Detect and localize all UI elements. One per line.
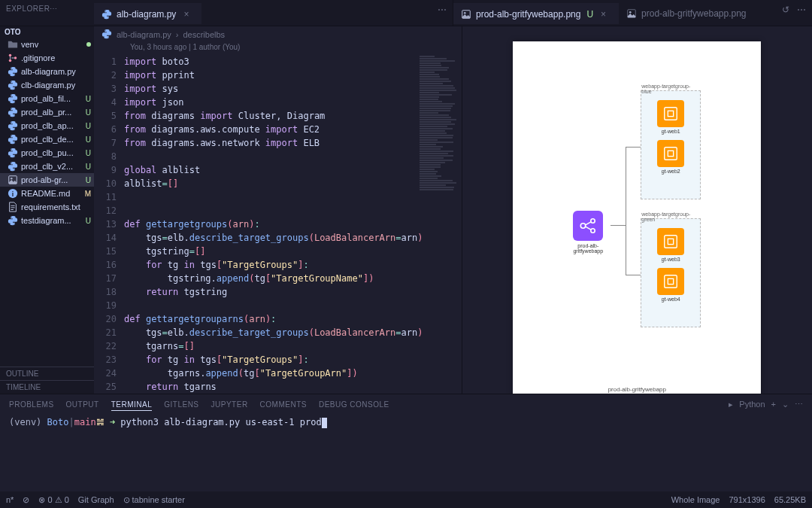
sidebar: OTO venv.gitignorealb-diagram.pyclb-diag…	[0, 26, 94, 394]
new-terminal-icon[interactable]: +	[771, 400, 776, 409]
terminal[interactable]: (venv) Boto|main𝌢 ➜ python3 alb-diagram.…	[0, 414, 812, 491]
ec2-node: gt-web4	[653, 268, 689, 302]
image-icon	[626, 8, 637, 19]
file-label: testdiagram...	[21, 216, 83, 225]
code-content[interactable]: import boto3import pprintimport sysimpor…	[124, 55, 462, 394]
panel-tab-problems[interactable]: PROBLEMS	[9, 400, 54, 409]
file-tree-item[interactable]: venv	[0, 38, 94, 51]
file-tree-item[interactable]: testdiagram...U	[0, 214, 94, 227]
image-preview[interactable]: prod-alb-gritfywebapp webapp-targetgroup…	[462, 26, 812, 394]
git-icon	[8, 53, 18, 63]
diagram-title: prod-alb-gritfywebapp	[513, 386, 761, 393]
file-tree-item[interactable]: prod_clb_v2...U	[0, 160, 94, 173]
cluster-green: webapp-targetgroup-green gt-web3 gt-web4	[641, 218, 701, 327]
ec2-label: gt-web3	[653, 257, 689, 262]
untracked-badge: U	[86, 217, 91, 225]
txt-icon	[8, 202, 18, 212]
file-tree-item[interactable]: README.mdM	[0, 187, 94, 200]
py-icon	[8, 93, 18, 104]
breadcrumb-symbol[interactable]: describelbs	[183, 30, 225, 39]
terminal-picker-icon[interactable]: ▸	[729, 400, 733, 409]
tab-alb-diagram[interactable]: alb-diagram.py ×	[94, 3, 201, 24]
file-tree-item[interactable]: .gitignore	[0, 51, 94, 65]
tab-more-icon[interactable]: ⋯	[435, 3, 450, 17]
file-label: requirements.txt	[21, 202, 91, 211]
status-item[interactable]: Whole Image	[671, 495, 720, 504]
status-item[interactable]: n*	[6, 495, 14, 504]
cluster-label: webapp-targetgroup-blue	[641, 84, 697, 94]
file-tree-item[interactable]: prod-alb-gr...U	[0, 173, 94, 187]
ec2-label: gt-web1	[653, 129, 689, 134]
py-icon	[8, 134, 18, 144]
panel-tab-output[interactable]: OUTPUT	[66, 400, 99, 409]
project-root[interactable]: OTO	[0, 26, 94, 38]
untracked-badge: U	[86, 135, 91, 144]
info-icon	[8, 188, 18, 199]
file-tree-item[interactable]: prod_clb_ap...U	[0, 119, 94, 132]
file-label: prod_clb_ap...	[21, 121, 83, 130]
status-item[interactable]: Git Graph	[78, 495, 114, 504]
elb-node: prod-alb-gritfywebapp	[565, 211, 611, 254]
preview-pane: prod-alb-gritfywebapp webapp-targetgroup…	[462, 26, 812, 394]
ec2-label: gt-web4	[653, 297, 689, 302]
outline-section[interactable]: OUTLINE	[0, 367, 94, 380]
tab-more-icon[interactable]: ⋯	[794, 3, 809, 17]
python-icon	[102, 29, 112, 41]
panel-more-icon[interactable]: ⋯	[795, 400, 803, 409]
untracked-badge: U	[86, 108, 91, 117]
status-item[interactable]: ⊘	[23, 495, 29, 504]
connector	[611, 225, 626, 226]
img-icon	[8, 175, 18, 185]
folder-icon	[8, 39, 18, 50]
prompt-symbol: ➜	[110, 417, 120, 427]
file-tree-item[interactable]: prod_clb_de...U	[0, 132, 94, 146]
panel-tab-gitlens[interactable]: GITLENS	[164, 400, 198, 409]
tab-preview-active[interactable]: prod-alb-gritfywebapp.png U ×	[453, 3, 619, 24]
cwd-label: Boto	[47, 417, 69, 427]
line-gutter: 1234567891011121314151617181920212223242…	[94, 55, 124, 394]
split-terminal-icon[interactable]: ⌄	[782, 400, 789, 409]
status-item[interactable]: ⊙ tabnine starter	[123, 495, 185, 504]
explorer-more-icon[interactable]: ⋯	[50, 5, 58, 13]
file-tree-item[interactable]: alb-diagram.py	[0, 65, 94, 78]
status-item[interactable]: ⊗ 0 ⚠ 0	[38, 495, 68, 504]
file-tree-item[interactable]: clb-diagram.py	[0, 78, 94, 92]
file-label: alb-diagram.py	[21, 67, 91, 76]
close-icon[interactable]: ×	[601, 9, 611, 20]
file-tree-item[interactable]: prod_alb_fil...U	[0, 92, 94, 105]
breadcrumb-file[interactable]: alb-diagram.py	[117, 30, 171, 39]
history-icon[interactable]: ↺	[779, 3, 792, 17]
tab-actions-right: ↺ ⋯	[779, 3, 809, 17]
file-label: prod_clb_v2...	[21, 162, 83, 171]
bottom-panel: PROBLEMSOUTPUTTERMINALGITLENSJUPYTERCOMM…	[0, 394, 812, 491]
status-item[interactable]: 791x1396	[729, 495, 765, 504]
file-tree-item[interactable]: prod_alb_pr...U	[0, 105, 94, 119]
panel-tab-jupyter[interactable]: JUPYTER	[211, 400, 248, 409]
file-label: prod-alb-gr...	[21, 175, 83, 184]
chevron-icon: ›	[176, 30, 179, 39]
gitlens-author: You, 3 hours ago | 1 author (You)	[94, 43, 462, 55]
panel-tab-debug console[interactable]: DEBUG CONSOLE	[319, 400, 389, 409]
file-tree-item[interactable]: prod_clb_pu...U	[0, 146, 94, 160]
minimap[interactable]	[417, 55, 462, 190]
panel-tab-terminal[interactable]: TERMINAL	[111, 400, 153, 411]
tab-label: alb-diagram.py	[117, 9, 176, 20]
explorer-header: EXPLORER ⋯	[0, 0, 64, 17]
untracked-badge: U	[86, 163, 91, 171]
tab-label: prod-alb-gritfywebapp.png	[641, 8, 746, 19]
breadcrumb[interactable]: alb-diagram.py › describelbs	[94, 26, 462, 43]
tab-actions: ⋯	[435, 3, 450, 17]
py-icon	[8, 161, 18, 172]
terminal-kind[interactable]: Python	[739, 400, 765, 409]
file-label: clb-diagram.py	[21, 81, 91, 90]
tab-preview-inactive[interactable]: prod-alb-gritfywebapp.png	[619, 3, 753, 24]
timeline-section[interactable]: TIMELINE	[0, 380, 94, 394]
file-tree-item[interactable]: requirements.txt	[0, 200, 94, 214]
panel-tab-comments[interactable]: COMMENTS	[260, 400, 307, 409]
tab-label: prod-alb-gritfywebapp.png	[476, 9, 580, 20]
status-item[interactable]: 65.25KB	[774, 495, 806, 504]
code-editor[interactable]: 1234567891011121314151617181920212223242…	[94, 55, 462, 394]
status-dot	[86, 42, 91, 47]
file-tree: venv.gitignorealb-diagram.pyclb-diagram.…	[0, 38, 94, 367]
close-icon[interactable]: ×	[183, 9, 194, 20]
